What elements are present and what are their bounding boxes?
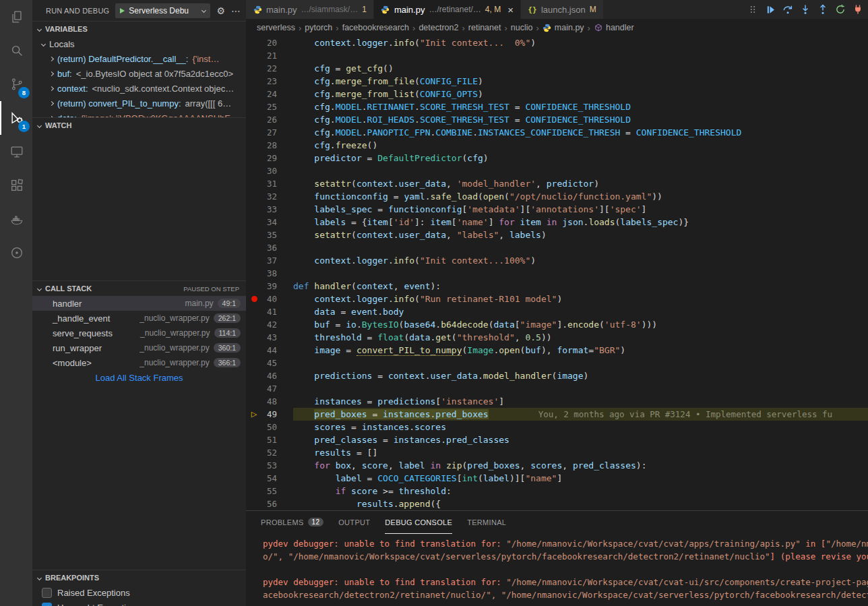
- call-stack-section-header[interactable]: CALL STACK PAUSED ON STEP: [32, 281, 246, 296]
- line-number[interactable]: 40: [262, 293, 277, 305]
- line-number[interactable]: 49: [262, 408, 277, 421]
- breadcrumb-item[interactable]: serverless: [257, 23, 295, 32]
- line-number[interactable]: 26: [262, 113, 277, 126]
- load-all-stack-frames-link[interactable]: Load All Stack Frames: [32, 370, 246, 385]
- step-out-button[interactable]: [817, 3, 829, 16]
- remote-explorer-icon[interactable]: [0, 135, 32, 169]
- line-number[interactable]: 37: [262, 254, 277, 267]
- line-number[interactable]: 34: [262, 216, 277, 229]
- search-icon[interactable]: [0, 34, 32, 67]
- variable-item[interactable]: context:<nuclio_sdk.context.Context obje…: [32, 81, 246, 96]
- line-number[interactable]: 41: [262, 305, 277, 318]
- stack-frame[interactable]: _handle_event_nuclio_wrapper.py262:1: [32, 311, 246, 326]
- breakpoint-gutter[interactable]: [246, 75, 262, 88]
- breakpoint-gutter[interactable]: [246, 164, 262, 177]
- stack-frame[interactable]: run_wrapper_nuclio_wrapper.py360:1: [32, 340, 246, 355]
- editor-tab[interactable]: {}launch.jsonM: [521, 0, 603, 19]
- breakpoint-gutter[interactable]: [246, 190, 262, 203]
- code-editor[interactable]: 20 context.logger.info("Init context... …: [246, 36, 868, 510]
- breadcrumb-item[interactable]: retinanet: [468, 23, 501, 32]
- checkbox[interactable]: [42, 588, 52, 598]
- breakpoint-gutter[interactable]: [246, 49, 262, 62]
- panel-tab-terminal[interactable]: TERMINAL: [467, 511, 506, 534]
- files-icon[interactable]: [0, 0, 32, 34]
- line-number[interactable]: 56: [262, 497, 277, 510]
- line-number[interactable]: 25: [262, 100, 277, 113]
- watch-section-header[interactable]: WATCH: [32, 118, 246, 133]
- breadcrumb-item[interactable]: main.py: [542, 23, 584, 32]
- editor-tab[interactable]: main.py…/retinanet/…4, M×: [374, 0, 520, 19]
- breakpoint-gutter[interactable]: [246, 446, 262, 459]
- breakpoint-gutter[interactable]: [246, 369, 262, 382]
- stack-frame[interactable]: serve_requests_nuclio_wrapper.py114:1: [32, 326, 246, 340]
- checkbox[interactable]: ✓: [42, 603, 52, 606]
- line-number[interactable]: 47: [262, 382, 277, 395]
- line-number[interactable]: 21: [262, 49, 277, 62]
- breakpoint-gutter[interactable]: [246, 216, 262, 229]
- line-number[interactable]: 55: [262, 485, 277, 497]
- line-number[interactable]: 44: [262, 344, 277, 357]
- run-and-debug-icon[interactable]: 1: [0, 101, 32, 135]
- breakpoint-gutter[interactable]: [246, 395, 262, 408]
- line-number[interactable]: 46: [262, 369, 277, 382]
- disconnect-button[interactable]: [852, 3, 864, 16]
- variables-section-header[interactable]: VARIABLES: [32, 22, 246, 36]
- breakpoint-gutter[interactable]: [246, 293, 262, 305]
- panel-tab-output[interactable]: OUTPUT: [338, 511, 370, 534]
- line-number[interactable]: 48: [262, 395, 277, 408]
- scope-locals[interactable]: Locals: [32, 36, 246, 51]
- more-actions-icon[interactable]: ⋯: [231, 6, 241, 16]
- breakpoint-gutter[interactable]: [246, 126, 262, 139]
- breakpoint-gutter[interactable]: [246, 382, 262, 395]
- restart-button[interactable]: [834, 3, 846, 16]
- line-number[interactable]: 27: [262, 126, 277, 139]
- variable-item[interactable]: buf:<_io.BytesIO object at 0x7f5a2dc1ecc…: [32, 66, 246, 81]
- line-number[interactable]: 31: [262, 177, 277, 190]
- line-number[interactable]: 20: [262, 36, 277, 49]
- breakpoint-gutter[interactable]: [246, 100, 262, 113]
- breakpoint-gutter[interactable]: [246, 88, 262, 100]
- line-number[interactable]: 52: [262, 446, 277, 459]
- line-number[interactable]: 24: [262, 88, 277, 100]
- step-over-button[interactable]: [782, 3, 794, 16]
- docker-icon[interactable]: [0, 202, 32, 236]
- breakpoint-gutter[interactable]: [246, 139, 262, 152]
- debug-console-output[interactable]: pydev debugger: unable to find translati…: [246, 535, 868, 606]
- breakpoint-gutter[interactable]: [246, 267, 262, 280]
- variable-item[interactable]: data:{'image': 'iVBORw0KGgoAAAANSUhE…: [32, 111, 246, 117]
- variable-item[interactable]: (return) convert_PIL_to_numpy:array([[[ …: [32, 96, 246, 111]
- editor-tab[interactable]: main.py…/siammask/…1: [246, 0, 373, 19]
- breakpoint-gutter[interactable]: ▷: [246, 408, 262, 421]
- breakpoint-gutter[interactable]: [246, 459, 262, 472]
- breakpoints-section-header[interactable]: BREAKPOINTS: [32, 570, 246, 585]
- line-number[interactable]: 29: [262, 152, 277, 164]
- breakpoint-gutter[interactable]: [246, 229, 262, 241]
- breakpoint-gutter[interactable]: [246, 203, 262, 216]
- breadcrumb-item[interactable]: nuclio: [511, 23, 533, 32]
- line-number[interactable]: 43: [262, 331, 277, 344]
- start-debug-icon[interactable]: [120, 8, 125, 13]
- extra-extension-icon[interactable]: [0, 236, 32, 270]
- panel-tab-debug-console[interactable]: DEBUG CONSOLE: [385, 511, 452, 534]
- line-number[interactable]: 53: [262, 459, 277, 472]
- line-number[interactable]: 30: [262, 164, 277, 177]
- breakpoint-gutter[interactable]: [246, 485, 262, 497]
- breakpoint-gutter[interactable]: [246, 497, 262, 510]
- breakpoint-gutter[interactable]: [246, 62, 262, 75]
- line-number[interactable]: 39: [262, 280, 277, 293]
- breadcrumb-item[interactable]: facebookresearch: [342, 23, 409, 32]
- panel-tab-problems[interactable]: PROBLEMS12: [261, 511, 323, 534]
- line-number[interactable]: 45: [262, 357, 277, 369]
- breakpoint-gutter[interactable]: [246, 318, 262, 331]
- breakpoint-gutter[interactable]: [246, 152, 262, 164]
- line-number[interactable]: 54: [262, 472, 277, 485]
- breakpoint-gutter[interactable]: [246, 305, 262, 318]
- line-number[interactable]: 23: [262, 75, 277, 88]
- variable-item[interactable]: (return) DefaultPredictor.__call__:{'ins…: [32, 51, 246, 66]
- breakpoint-gutter[interactable]: [246, 241, 262, 254]
- line-number[interactable]: 33: [262, 203, 277, 216]
- extensions-icon[interactable]: [0, 169, 32, 202]
- line-number[interactable]: 42: [262, 318, 277, 331]
- gear-icon[interactable]: ⚙: [216, 6, 225, 16]
- line-number[interactable]: 35: [262, 229, 277, 241]
